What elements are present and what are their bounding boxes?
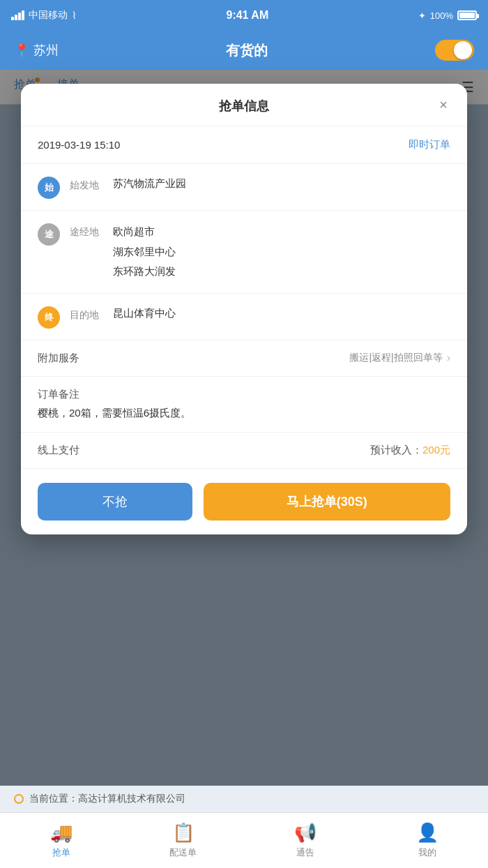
carrier-text: 中国移动 xyxy=(29,9,68,22)
destination-label: 目的地 xyxy=(70,305,106,322)
current-location-bar: 当前位置：高达计算机技术有限公司 xyxy=(0,786,488,812)
payment-estimate: 预计收入：200元 xyxy=(370,444,450,457)
grab-button[interactable]: 马上抢单(30S) xyxy=(204,483,450,521)
city-name: 苏州 xyxy=(33,42,59,59)
toggle-knob xyxy=(454,41,472,59)
service-value-wrap: 搬运|返程|拍照回单等 › xyxy=(349,352,450,364)
nav-label-notice: 通告 xyxy=(296,846,314,859)
availability-toggle[interactable] xyxy=(435,40,474,61)
modal-overlay: 抢单信息 × 2019-03-19 15:10 即时订单 始 始发地 苏汽物流产… xyxy=(0,70,488,868)
signal-icon xyxy=(11,10,24,20)
wifi-icon: ⌇ xyxy=(72,10,77,21)
via-content: 欧尚超市 湖东邻里中心 东环路大润发 xyxy=(113,222,450,282)
nav-label-mine: 我的 xyxy=(418,846,436,859)
service-row[interactable]: 附加服务 搬运|返程|拍照回单等 › xyxy=(21,341,467,377)
nav-item-mine[interactable]: 👤 我的 xyxy=(366,822,488,859)
notes-row: 订单备注 樱桃，20箱，需要恒温6摄氏度。 xyxy=(21,377,467,433)
nav-item-notice[interactable]: 📢 通告 xyxy=(244,822,366,859)
header-bar: 📍 苏州 有货的 xyxy=(0,31,488,70)
battery-percent: 100% xyxy=(430,10,453,21)
close-button[interactable]: × xyxy=(434,95,453,114)
via-stop-2: 湖东邻里中心 xyxy=(113,242,450,262)
payment-label: 线上支付 xyxy=(38,444,79,457)
origin-label: 始发地 xyxy=(70,175,106,192)
end-icon: 终 xyxy=(38,306,60,329)
notice-nav-icon: 📢 xyxy=(294,822,317,844)
destination-row: 终 目的地 昆山体育中心 xyxy=(21,294,467,341)
location-display[interactable]: 📍 苏州 xyxy=(14,42,59,59)
modal-title: 抢单信息 xyxy=(219,98,269,114)
order-type-badge: 即时订单 xyxy=(409,138,450,151)
via-icon: 途 xyxy=(38,223,60,246)
battery-icon xyxy=(457,10,477,20)
datetime-text: 2019-03-19 15:10 xyxy=(38,139,120,151)
header-title: 有货的 xyxy=(226,41,268,60)
nav-item-grab[interactable]: 🚚 抢单 xyxy=(0,822,122,859)
order-info-modal: 抢单信息 × 2019-03-19 15:10 即时订单 始 始发地 苏汽物流产… xyxy=(21,84,467,534)
datetime-row: 2019-03-19 15:10 即时订单 xyxy=(21,126,467,164)
notes-content: 樱桃，20箱，需要恒温6摄氏度。 xyxy=(38,405,450,421)
status-time: 9:41 AM xyxy=(226,9,268,22)
action-row: 不抢 马上抢单(30S) xyxy=(21,469,467,534)
via-row: 途 途经地 欧尚超市 湖东邻里中心 东环路大润发 xyxy=(21,211,467,294)
origin-content: 苏汽物流产业园 xyxy=(113,175,450,192)
delivery-nav-icon: 📋 xyxy=(172,822,195,844)
grab-nav-icon: 🚚 xyxy=(50,822,73,844)
nav-item-delivery[interactable]: 📋 配送单 xyxy=(122,822,244,859)
status-left: 中国移动 ⌇ xyxy=(11,9,77,22)
destination-name: 昆山体育中心 xyxy=(113,307,176,319)
status-bar: 中国移动 ⌇ 9:41 AM ✦ 100% xyxy=(0,0,488,31)
payment-amount: 200元 xyxy=(422,444,450,456)
start-icon: 始 xyxy=(38,177,60,199)
via-label: 途经地 xyxy=(70,222,106,239)
destination-content: 昆山体育中心 xyxy=(113,305,450,322)
decline-button[interactable]: 不抢 xyxy=(38,483,192,521)
bluetooth-icon: ✦ xyxy=(418,10,426,21)
service-value: 搬运|返程|拍照回单等 xyxy=(349,352,442,364)
bottom-nav: 🚚 抢单 📋 配送单 📢 通告 👤 我的 xyxy=(0,812,488,868)
via-stop-3: 东环路大润发 xyxy=(113,262,450,282)
origin-row: 始 始发地 苏汽物流产业园 xyxy=(21,164,467,211)
current-location-dot xyxy=(14,794,24,804)
nav-label-grab: 抢单 xyxy=(52,846,70,859)
payment-row: 线上支付 预计收入：200元 xyxy=(21,433,467,469)
modal-header: 抢单信息 × xyxy=(21,84,467,126)
chevron-right-icon: › xyxy=(447,352,450,364)
origin-name: 苏汽物流产业园 xyxy=(113,177,186,189)
current-location-text: 当前位置：高达计算机技术有限公司 xyxy=(29,793,185,805)
bottom-area: 当前位置：高达计算机技术有限公司 🚚 抢单 📋 配送单 📢 通告 👤 我的 xyxy=(0,786,488,868)
estimate-label: 预计收入： xyxy=(370,444,422,456)
service-label: 附加服务 xyxy=(38,352,79,365)
status-right: ✦ 100% xyxy=(418,10,477,21)
nav-label-delivery: 配送单 xyxy=(169,846,197,859)
notes-label: 订单备注 xyxy=(38,388,450,401)
mine-nav-icon: 👤 xyxy=(416,822,439,844)
location-pin-icon: 📍 xyxy=(14,43,29,58)
via-stop-1: 欧尚超市 xyxy=(113,222,450,242)
